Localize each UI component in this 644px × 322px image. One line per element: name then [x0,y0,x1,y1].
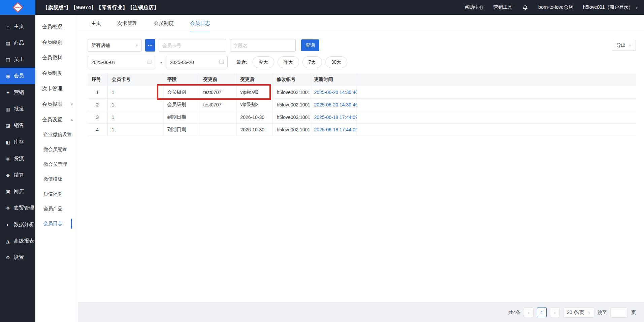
cell-index: 4 [88,123,107,136]
page-size-select[interactable]: 20 条/页 ∨ [563,308,594,318]
cell-update-time[interactable]: 2025-06-18 17:44:09 [310,111,357,123]
cell-before: test0707 [199,86,236,98]
page-tab[interactable]: 主页 [91,15,101,32]
quick-range-button[interactable]: 昨天 [278,56,299,68]
submenu-item[interactable]: 企业微信设置 [35,127,78,142]
prev-page-button[interactable]: ‹ [524,308,534,317]
sidebar-item[interactable]: ✦ 营销 [0,84,35,101]
table-column-header [357,73,636,86]
cell-field: 会员级别 [163,98,199,111]
jump-label: 跳至 [598,310,607,316]
page-tab[interactable]: 次卡管理 [117,15,137,32]
sidebar-item[interactable]: ▣ 网店 [0,183,35,200]
submenu-item-label: 会员报表 [42,101,62,107]
sidebar-item[interactable]: ◮ 高级报表 [0,233,35,249]
date-from-input[interactable]: 2025-06-01 [88,56,155,68]
submenu-item[interactable]: 微信模板 [35,172,78,187]
account-menu[interactable]: h5love001（商户登录） ∨ [583,4,638,10]
app-logo[interactable]: AIBAO [0,0,35,15]
table-column-header: 会员卡号 [107,73,163,86]
submenu-item-label: 会员日志 [43,221,62,227]
help-center-link[interactable]: 帮助中心 [464,4,483,10]
calendar-icon [147,59,152,65]
chevron-left-icon: ‹ [528,310,529,315]
submenu-item-label: 会员产品 [43,206,62,212]
cell-update-time[interactable]: 2025-06-20 14:30:46 [310,86,357,98]
cell-before [199,123,236,136]
quick-range-button[interactable]: 30天 [325,56,348,68]
primary-sidebar: ⌂ 主页 ▤ 商品 ◫ 员工 ◉ 会员 [0,15,35,322]
sidebar-item[interactable]: ◫ 员工 [0,51,35,68]
cell-field: 会员级别 [163,86,199,98]
cell-update-time[interactable]: 2025-06-18 17:44:09 [310,123,357,136]
export-button[interactable]: 导出 ∨ [612,40,636,51]
edition-breadcrumb: 【旗舰版*】【96974】【零售行业】【连锁总店】 [43,4,159,11]
cell-card-no: 1 [107,86,163,98]
sidebar-item[interactable]: ⚙ 设置 [0,249,35,266]
store-select[interactable]: 所有店铺 ∨ [88,39,142,52]
store-name[interactable]: born-to-love总店 [538,4,573,10]
sidebar-item-label: 数据分析 [14,221,34,228]
submenu-chevron-icon: ∨ [71,102,73,106]
field-name-input[interactable] [230,39,296,52]
sidebar-item[interactable]: ◪ 销售 [0,117,35,134]
sidebar-item[interactable]: ◆ 结算 [0,167,35,183]
total-count: 共4条 [509,310,521,316]
table-row: 1 1 会员级别 test0707 vip级别2 h5love002:1001 … [88,86,636,98]
sidebar-item[interactable]: ▤ 商品 [0,35,35,51]
logo-diamond-icon: AIBAO [12,2,23,12]
submenu-item-label: 微信模板 [43,176,62,182]
sidebar-item[interactable]: ◐ 数据分析 [0,216,35,233]
app-body: ⌂ 主页 ▤ 商品 ◫ 员工 ◉ 会员 [0,15,644,322]
submenu-item[interactable]: 会员产品 [35,201,78,216]
filter-row-dates: 2025-06-01 ~ 2025-06-20 最近: [88,56,636,68]
submenu-item[interactable]: 会员制度 [35,65,78,81]
submenu-item[interactable]: 会员资料 [35,50,78,65]
sidebar-item[interactable]: ◈ 货流 [0,150,35,167]
sidebar-item[interactable]: ❖ 农贸管理 [0,200,35,216]
submenu-item[interactable]: 短信记录 [35,187,78,201]
quick-range-button[interactable]: 7天 [302,56,322,68]
sidebar-item-label: 营销 [14,89,24,96]
app-window: AIBAO 【旗舰版*】【96974】【零售行业】【连锁总店】 帮助中心 营销工… [0,0,644,322]
cell-filler [357,86,636,98]
cell-update-time[interactable]: 2025-06-20 14:30:46 [310,98,357,111]
submenu-item[interactable]: 微会员管理 [35,157,78,172]
sidebar-item[interactable]: ▥ 批发 [0,101,35,117]
date-to-input[interactable]: 2025-06-20 [166,56,228,68]
next-page-button[interactable]: › [550,308,560,317]
notification-bell-icon[interactable] [522,5,528,10]
submenu-item[interactable]: 会员概况 [35,19,78,34]
marketing-tools-link[interactable]: 营销工具 [493,4,512,10]
table-column-header: 变更后 [236,73,272,86]
sidebar-item-icon: ◐ [5,222,11,227]
recent-label: 最近: [236,59,247,65]
submenu-item[interactable]: 会员设置 ∧ [35,112,78,127]
submenu-item[interactable]: 微会员配置 [35,142,78,157]
page-number-button[interactable]: 1 [537,308,547,317]
chevron-down-icon: ∨ [629,43,631,47]
store-more-button[interactable]: ··· [145,39,155,52]
page-tab[interactable]: 会员日志 [190,15,210,32]
jump-page-input[interactable] [610,308,628,318]
search-button[interactable]: 查询 [301,39,319,51]
quick-range-button[interactable]: 今天 [253,56,274,68]
submenu-item[interactable]: 会员报表 ∨ [35,96,78,112]
page-tab[interactable]: 会员制度 [154,15,174,32]
member-card-input[interactable] [159,39,226,52]
sidebar-item-label: 员工 [14,56,24,63]
date-to-value: 2025-06-20 [170,60,194,65]
sidebar-item[interactable]: ◉ 会员 [0,68,35,84]
cell-card-no: 1 [107,98,163,111]
submenu-item[interactable]: 次卡管理 [35,81,78,96]
sidebar-item[interactable]: ◧ 库存 [0,134,35,150]
submenu-item-label: 会员制度 [42,70,62,76]
date-from-value: 2025-06-01 [91,60,116,65]
sidebar-item[interactable]: ⌂ 主页 [0,18,35,35]
submenu-item[interactable]: 会员级别 [35,34,78,50]
cell-after: vip级别2 [236,98,272,111]
sidebar-item-icon: ◧ [5,139,11,145]
export-label: 导出 [616,42,626,49]
submenu-item[interactable]: 会员日志 [35,216,78,231]
cell-after: 2026-10-30 [236,123,272,136]
